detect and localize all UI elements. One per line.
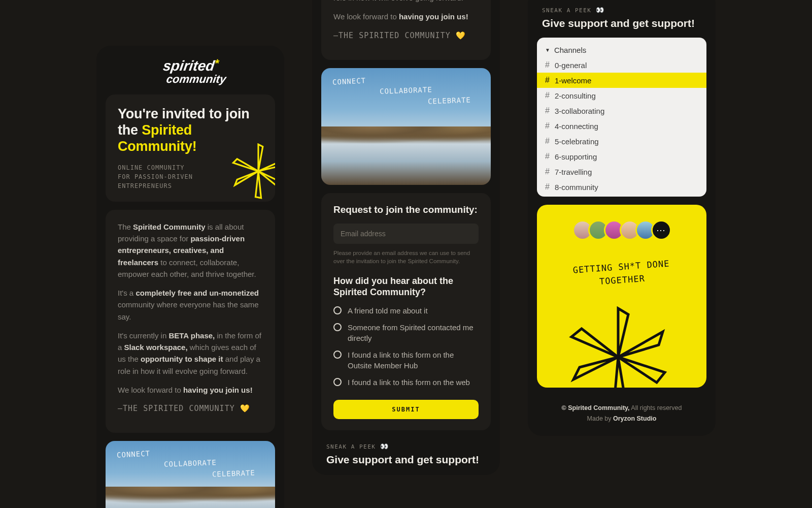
eyes-icon: 👀 xyxy=(380,442,389,450)
credit-link[interactable]: Oryzon Studio xyxy=(613,415,656,422)
channel-row[interactable]: #5-celebrating xyxy=(537,134,706,149)
email-input[interactable] xyxy=(333,224,479,244)
hero-word-collaborate: COLLABORATE xyxy=(380,85,432,96)
eyes-icon: 👀 xyxy=(596,6,605,14)
avatar-more: ⋯ xyxy=(651,220,671,240)
intro-body: The Spirited Community is all about prov… xyxy=(106,210,275,433)
starburst-icon xyxy=(230,143,275,199)
channel-row[interactable]: #2-consulting xyxy=(537,88,706,103)
footer: © Spirited Community, All rights reserve… xyxy=(537,396,706,427)
hero-image: CONNECT COLLABORATE CELEBRATE xyxy=(321,68,491,185)
hash-icon: # xyxy=(545,137,550,146)
intro-tail: role in how it will evolve going forward… xyxy=(321,0,491,60)
radio-icon xyxy=(333,323,342,331)
form-option[interactable]: A friend told me about it xyxy=(333,305,479,316)
hash-icon: # xyxy=(545,182,550,192)
hash-icon: # xyxy=(545,152,550,161)
logo-asterisk: * xyxy=(214,59,220,69)
heart-icon: 💛 xyxy=(456,31,466,40)
logo-line1: spirited xyxy=(162,58,216,74)
device-frame-1: spirited* community You're invited to jo… xyxy=(96,46,284,508)
peek-title: Give support and get support! xyxy=(542,17,701,29)
form-question: How did you hear about the Spirited Comm… xyxy=(333,275,479,298)
peek-title: Give support and get support! xyxy=(326,454,486,466)
radio-icon xyxy=(333,378,342,386)
hero-word-celebrate: CELEBRATE xyxy=(212,469,255,479)
channel-row[interactable]: #8-community xyxy=(537,179,706,195)
hash-icon: # xyxy=(545,76,550,85)
logo-line2: community xyxy=(166,73,227,85)
hash-icon: # xyxy=(545,167,550,176)
form-title: Request to join the community: xyxy=(333,204,479,215)
hero-word-connect: CONNECT xyxy=(117,450,151,459)
channel-row[interactable]: #1-welcome xyxy=(537,73,706,88)
signoff: —THE SPIRITED COMMUNITY 💛 xyxy=(118,403,263,415)
form-option[interactable]: I found a link to this form on the web xyxy=(333,377,479,388)
sneak-peek-header: SNEAK A PEEK 👀 Give support and get supp… xyxy=(321,438,491,466)
hash-icon: # xyxy=(545,60,550,70)
invite-card: You're invited to join the Spirited Comm… xyxy=(106,94,275,202)
device-frame-3: SNEAK A PEEK 👀 Give support and get supp… xyxy=(528,0,716,436)
heart-icon: 💛 xyxy=(240,404,250,413)
hero-image: CONNECT COLLABORATE CELEBRATE xyxy=(106,441,275,508)
hero-word-collaborate: COLLABORATE xyxy=(164,458,217,468)
radio-icon xyxy=(333,306,342,314)
hero-word-celebrate: CELEBRATE xyxy=(428,96,471,105)
submit-button[interactable]: SUBMIT xyxy=(333,400,479,419)
form-option[interactable]: Someone from Spirited contacted me direc… xyxy=(333,322,479,343)
avatar-row: ⋯ xyxy=(547,220,696,240)
radio-icon xyxy=(333,351,342,359)
hero-word-connect: CONNECT xyxy=(332,76,366,86)
channel-row[interactable]: #3-collaborating xyxy=(537,103,706,118)
signup-form: Request to join the community: Please pr… xyxy=(321,193,491,430)
channels-list: ▼ Channels #0-general#1-welcome#2-consul… xyxy=(537,38,706,197)
channel-row[interactable]: #4-connecting xyxy=(537,118,706,134)
caret-down-icon: ▼ xyxy=(545,47,550,53)
device-frame-2: role in how it will evolve going forward… xyxy=(312,0,500,475)
sneak-peek-header: SNEAK A PEEK 👀 Give support and get supp… xyxy=(537,5,706,29)
starburst-icon xyxy=(567,306,669,388)
hash-icon: # xyxy=(545,91,550,100)
hash-icon: # xyxy=(545,121,550,131)
channel-row[interactable]: #0-general xyxy=(537,57,706,73)
channel-row[interactable]: #7-travelling xyxy=(537,164,706,179)
channel-row[interactable]: #6-supporting xyxy=(537,149,706,164)
hash-icon: # xyxy=(545,106,550,115)
logo: spirited* community xyxy=(106,55,275,86)
email-hint: Please provide an email address we can u… xyxy=(333,249,479,265)
slogan: GETTING SH*T DONETOGETHER xyxy=(547,256,697,292)
promo-card: ⋯ GETTING SH*T DONETOGETHER xyxy=(537,205,706,388)
channels-header[interactable]: ▼ Channels xyxy=(537,43,706,57)
form-option[interactable]: I found a link to this form on the Outsi… xyxy=(333,350,479,371)
